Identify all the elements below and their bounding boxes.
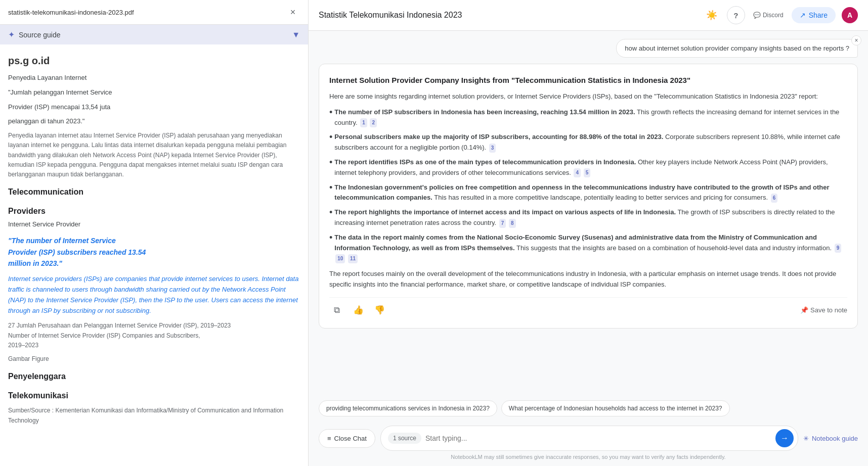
thumbs-down-icon: 👎	[374, 305, 385, 315]
right-panel: Statistik Telekomunikasi Indonesia 2023 …	[309, 0, 868, 466]
ai-response-bullets: • The number of ISP subscribers in Indon…	[329, 107, 847, 264]
bullet-dot: •	[329, 208, 332, 217]
discord-label: Discord	[763, 12, 784, 19]
citation-6[interactable]: 6	[771, 194, 778, 203]
avatar[interactable]: A	[842, 7, 858, 23]
bullet-item: • The data in the report mainly comes fr…	[329, 232, 847, 264]
help-button[interactable]: ?	[727, 6, 745, 24]
citation-1[interactable]: 1	[360, 118, 367, 127]
send-button[interactable]: →	[775, 429, 794, 447]
share-label: Share	[809, 11, 828, 19]
input-row: ≡ Close Chat 1 source → ✳ Notebook guide	[319, 426, 858, 451]
source-label: Sumber/Source : Kementerian Komunikasi d…	[8, 406, 300, 425]
ps-go-text: ps.g o.id	[8, 53, 300, 69]
bullet-text: The data in the report mainly comes from…	[334, 232, 847, 264]
page-title: Statistik Telekomunikasi Indonesia 2023	[319, 11, 462, 20]
content-line: pelanggan di tahun 2023."	[8, 116, 300, 127]
bullet-text: The Indonesian government's policies on …	[334, 182, 847, 204]
citation-9[interactable]: 9	[835, 244, 842, 253]
citation-4[interactable]: 4	[574, 168, 581, 177]
bullet-text: Personal subscribers make up the majorit…	[334, 132, 847, 153]
disclaimer-text: NotebookLM may still sometimes give inac…	[319, 454, 858, 463]
user-message-container: how about internet solution provider com…	[319, 39, 858, 58]
chat-input[interactable]	[425, 434, 771, 442]
thumbs-down-button[interactable]: 👎	[372, 303, 387, 318]
save-to-note-button[interactable]: 📌 Save to note	[800, 306, 847, 314]
citation-3[interactable]: 3	[489, 144, 496, 153]
close-chat-label: Close Chat	[334, 435, 367, 442]
discord-icon: 💬	[753, 12, 761, 19]
citation-7[interactable]: 7	[499, 219, 506, 228]
header-actions: ☀️ ? 💬 Discord ↗ Share A	[703, 6, 858, 24]
content-italic: Penyedia layanan internet atau Internet …	[8, 131, 300, 179]
save-note-label: Save to note	[810, 306, 847, 314]
right-header: Statistik Telekomunikasi Indonesia 2023 …	[309, 0, 868, 31]
content-line: Provider (ISP) mencapai 13,54 juta	[8, 102, 300, 113]
left-content: ps.g o.id Penyedia Layanan Internet "Jum…	[0, 44, 308, 466]
citation-2[interactable]: 2	[370, 118, 377, 127]
ai-response-title: Internet Solution Provider Company Insig…	[329, 74, 847, 86]
theme-toggle-button[interactable]: ☀️	[703, 6, 721, 24]
source-guide-icon: ✦	[8, 30, 15, 39]
bullet-dot: •	[329, 108, 332, 117]
pin-icon: 📌	[800, 306, 808, 314]
bullet-item: • The report identifies ISPs as one of t…	[329, 157, 847, 178]
bottom-bar: ≡ Close Chat 1 source → ✳ Notebook guide…	[309, 421, 868, 466]
thumbs-up-icon: 👍	[353, 305, 364, 315]
left-header: statistik-telekomunikasi-indonesia-2023.…	[0, 0, 308, 25]
bullet-item: • Personal subscribers make up the major…	[329, 132, 847, 153]
close-pdf-button[interactable]: ×	[286, 5, 300, 19]
citation-11[interactable]: 11	[348, 254, 358, 263]
bullet-dot: •	[329, 158, 332, 167]
citation-5[interactable]: 5	[584, 168, 591, 177]
highlighted-quote: "The number of Internet ServiceProvider …	[8, 234, 300, 270]
notebook-guide-label: Notebook guide	[812, 435, 858, 442]
content-line: Penyedia Layanan Internet	[8, 73, 300, 83]
section-title: Telecommunication	[8, 185, 300, 199]
content-line: Internet Service Provider	[8, 219, 300, 230]
bullet-dot: •	[329, 132, 332, 142]
action-icons: ⧉ 👍 👎	[329, 303, 387, 318]
discord-button[interactable]: 💬 Discord	[751, 6, 786, 24]
left-panel: statistik-telekomunikasi-indonesia-2023.…	[0, 0, 309, 466]
copy-icon: ⧉	[334, 305, 340, 315]
source-guide-bar[interactable]: ✦ Source guide ▼	[0, 25, 308, 44]
close-message-button[interactable]: ×	[851, 35, 861, 45]
source-guide-text: Source guide	[19, 31, 61, 39]
thumbs-up-button[interactable]: 👍	[351, 303, 366, 318]
user-message: how about internet solution provider com…	[616, 39, 858, 58]
citation-10[interactable]: 10	[335, 254, 345, 263]
ai-response-conclusion: The report focuses mainly on the overall…	[329, 269, 847, 290]
chat-area: how about internet solution provider com…	[309, 31, 868, 396]
figure-caption: 27 Jumlah Perusahaan dan Pelanggan Inter…	[8, 321, 300, 350]
chat-input-container: 1 source →	[380, 426, 798, 451]
ai-response-intro: Here are some insights regarding interne…	[329, 91, 847, 102]
notebook-guide-button[interactable]: ✳ Notebook guide	[803, 435, 858, 442]
share-button[interactable]: ↗ Share	[792, 7, 836, 23]
close-chat-icon: ≡	[327, 435, 331, 442]
close-chat-button[interactable]: ≡ Close Chat	[319, 429, 375, 448]
gambar-label: Gambar Figure	[8, 354, 300, 364]
suggestion-chip-1[interactable]: providing telecommunications services in…	[319, 400, 497, 416]
bullet-item: • The number of ISP subscribers in Indon…	[329, 107, 847, 128]
suggestions-area: providing telecommunications services in…	[309, 396, 868, 421]
suggestion-chip-2[interactable]: What percentage of Indonesian households…	[501, 400, 730, 416]
ai-response-card: Internet Solution Provider Company Insig…	[319, 64, 858, 329]
copy-button[interactable]: ⧉	[329, 303, 344, 318]
notebook-guide-icon: ✳	[803, 435, 809, 442]
user-message-text: how about internet solution provider com…	[625, 44, 849, 52]
bullet-dot: •	[329, 233, 332, 242]
highlight-body-text: Internet service providers (ISPs) are co…	[8, 274, 300, 316]
response-actions: ⧉ 👍 👎 📌 Save to note	[329, 297, 847, 318]
source-guide-label: ✦ Source guide	[8, 30, 61, 39]
send-icon: →	[780, 434, 789, 443]
chevron-down-icon: ▼	[292, 30, 300, 39]
bullet-text: The number of ISP subscribers in Indones…	[334, 107, 847, 128]
content-line: "Jumlah pelanggan Internet Service	[8, 87, 300, 98]
bullet-text: The report highlights the importance of …	[334, 207, 847, 228]
section-title: Penyelenggara	[8, 370, 300, 383]
bullet-item: • The report highlights the importance o…	[329, 207, 847, 228]
bullet-item: • The Indonesian government's policies o…	[329, 182, 847, 204]
citation-8[interactable]: 8	[509, 219, 516, 228]
source-badge[interactable]: 1 source	[388, 433, 421, 444]
